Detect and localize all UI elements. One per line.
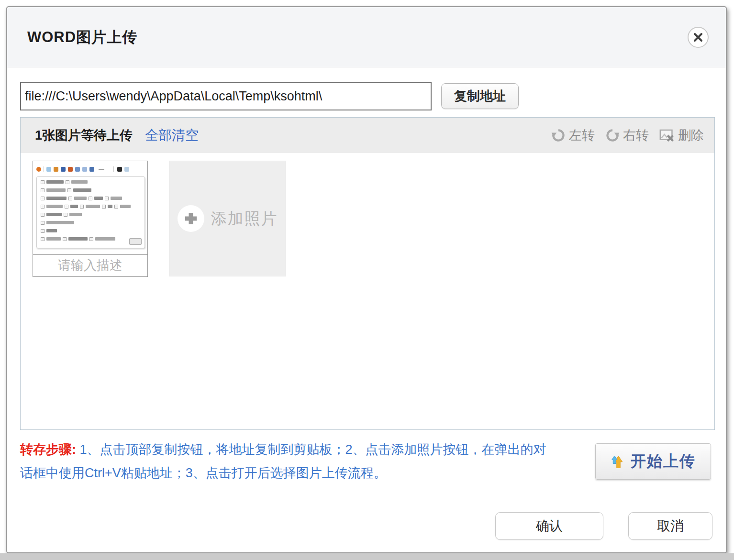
rotate-right-icon <box>605 128 620 143</box>
rotate-right-button[interactable]: 右转 <box>605 127 649 144</box>
delete-image-icon <box>659 128 675 143</box>
rotate-left-icon <box>551 128 566 143</box>
queued-photo-item[interactable] <box>33 161 148 277</box>
pending-count-text: 1张图片等待上传 <box>35 127 133 144</box>
add-photo-label: 添加照片 <box>211 208 278 230</box>
clear-all-link[interactable]: 全部清空 <box>145 126 199 144</box>
close-icon <box>693 32 703 43</box>
upload-panel-header: 1张图片等待上传 全部清空 左转 <box>21 118 714 153</box>
rotate-right-label: 右转 <box>623 127 649 144</box>
cancel-button[interactable]: 取消 <box>628 512 712 540</box>
delete-image-button[interactable]: 删除 <box>659 127 704 144</box>
rotate-left-button[interactable]: 左转 <box>551 127 595 144</box>
transfer-steps-label: 转存步骤: <box>20 442 76 457</box>
add-photo-button[interactable]: 添加照片 <box>169 161 286 276</box>
plus-icon <box>178 205 204 232</box>
copy-address-button[interactable]: 复制地址 <box>441 83 519 109</box>
dialog-footer: 确认 取消 <box>7 499 726 552</box>
confirm-button[interactable]: 确认 <box>495 512 603 540</box>
close-button[interactable] <box>688 27 709 48</box>
path-row: 复制地址 <box>20 82 713 110</box>
transfer-steps-body: 1、点击顶部复制按钮，将地址复制到剪贴板；2、点击添加照片按钮，在弹出的对话框中… <box>20 442 546 480</box>
photo-description-input[interactable] <box>33 254 148 277</box>
dialog-title-bar: WORD图片上传 <box>7 7 726 67</box>
file-path-input[interactable] <box>20 82 432 110</box>
upload-panel-body: 添加照片 <box>21 153 714 277</box>
transfer-steps-text: 转存步骤: 1、点击顶部复制按钮，将地址复制到剪贴板；2、点击添加照片按钮，在弹… <box>20 438 558 485</box>
start-upload-label: 开始上传 <box>631 451 696 472</box>
instructions-row: 转存步骤: 1、点击顶部复制按钮，将地址复制到剪贴板；2、点击添加照片按钮，在弹… <box>20 438 713 485</box>
word-image-upload-dialog: WORD图片上传 复制地址 1张图片等待上传 全部清空 <box>6 6 727 553</box>
start-upload-button[interactable]: 开始上传 <box>595 443 711 480</box>
image-tools: 左转 右转 <box>551 127 704 144</box>
dialog-body: 复制地址 1张图片等待上传 全部清空 左转 <box>7 67 726 485</box>
dialog-title: WORD图片上传 <box>27 27 137 47</box>
page-background-strip <box>0 553 734 560</box>
word-screenshot-thumbnail <box>33 161 148 255</box>
rotate-left-label: 左转 <box>569 127 595 144</box>
upload-queue-panel: 1张图片等待上传 全部清空 左转 <box>20 117 715 430</box>
upload-icon <box>611 453 628 470</box>
delete-label: 删除 <box>678 127 704 144</box>
